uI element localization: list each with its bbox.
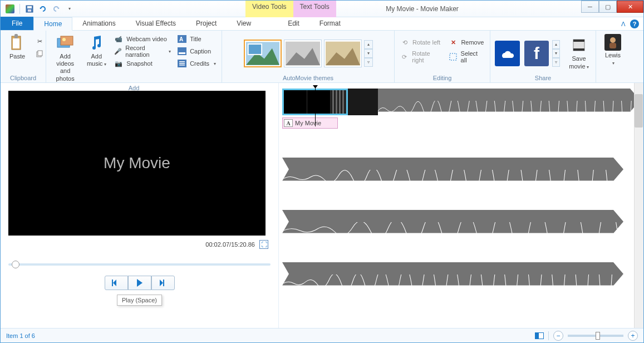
svg-rect-16 <box>179 61 185 62</box>
add-music-button[interactable]: Add music▾ <box>83 33 110 68</box>
group-label-editing: Editing <box>398 74 486 81</box>
share-facebook-button[interactable]: f <box>524 41 549 66</box>
group-label-clipboard: Clipboard <box>4 74 42 81</box>
record-narration-button[interactable]: 🎤Record narration▾ <box>112 45 173 57</box>
zoom-out-button[interactable]: − <box>553 331 563 341</box>
scrollbar-thumb[interactable] <box>635 94 643 128</box>
rotate-left-icon: ⟲ <box>400 38 409 47</box>
help-icon[interactable]: ? <box>630 19 639 28</box>
undo-icon[interactable] <box>37 3 49 15</box>
app-icon[interactable] <box>4 3 16 15</box>
audio-track-2[interactable] <box>282 158 623 181</box>
theme-bw[interactable] <box>324 40 362 67</box>
redo-icon[interactable] <box>50 3 62 15</box>
tab-home[interactable]: Home <box>33 17 72 31</box>
qat-customize-icon[interactable]: ▾ <box>63 3 76 15</box>
share-onedrive-button[interactable] <box>495 41 520 66</box>
svg-rect-7 <box>38 51 42 56</box>
svg-rect-17 <box>179 63 185 64</box>
title-button[interactable]: ATitle <box>175 33 218 45</box>
playhead[interactable] <box>315 87 316 126</box>
close-button[interactable]: ✕ <box>617 1 643 13</box>
timecode: 00:02.07/15:20.86 <box>205 241 255 248</box>
webcam-icon: 📹 <box>114 35 123 43</box>
content-area: My Movie 00:02.07/15:20.86 ⛶ Play (Space… <box>1 83 643 328</box>
save-icon[interactable] <box>23 3 36 15</box>
title-clip-icon: A <box>284 119 293 127</box>
group-label-share: Share <box>494 74 592 81</box>
maximize-button[interactable]: ▢ <box>599 1 617 13</box>
seek-bar[interactable] <box>8 263 271 266</box>
preview-pane: My Movie 00:02.07/15:20.86 ⛶ Play (Space… <box>1 83 279 328</box>
svg-point-10 <box>62 38 66 41</box>
prev-frame-button[interactable] <box>105 276 128 290</box>
audio-track-4[interactable] <box>282 262 623 286</box>
minimize-button[interactable]: ─ <box>581 1 599 13</box>
snapshot-button[interactable]: 📷Snapshot <box>112 57 173 70</box>
svg-rect-9 <box>61 36 73 45</box>
fullscreen-icon[interactable]: ⛶ <box>259 240 268 249</box>
tab-project[interactable]: Project <box>186 17 227 30</box>
add-videos-photos-button[interactable]: Add videos and photos <box>50 33 81 84</box>
video-clip[interactable] <box>348 89 378 115</box>
credits-icon <box>178 59 186 68</box>
next-frame-button[interactable] <box>151 276 175 290</box>
caption-icon <box>178 47 186 56</box>
gallery-down-icon[interactable]: ▾ <box>364 49 373 58</box>
zoom-slider[interactable] <box>568 335 623 337</box>
credits-button[interactable]: Credits▾ <box>175 57 218 70</box>
audio-track-3[interactable] <box>282 210 623 233</box>
svg-rect-26 <box>450 53 456 60</box>
svg-rect-1 <box>27 6 32 8</box>
status-bar: Item 1 of 6 − + <box>1 328 643 342</box>
paste-button[interactable]: Paste <box>4 33 31 61</box>
timeline-pane[interactable]: A My Movie <box>279 83 643 328</box>
title-clip[interactable]: A My Movie <box>282 117 338 129</box>
share-more-icon[interactable]: ▿ <box>552 58 560 67</box>
tab-view[interactable]: View <box>227 17 261 30</box>
seek-thumb[interactable] <box>12 261 19 268</box>
audio-track-1[interactable] <box>378 89 640 112</box>
onedrive-icon <box>499 48 515 59</box>
webcam-video-button[interactable]: 📹Webcam video <box>112 33 173 45</box>
file-tab[interactable]: File <box>1 17 33 30</box>
theme-default[interactable] <box>244 40 282 67</box>
svg-rect-21 <box>248 44 261 55</box>
gallery-up-icon[interactable]: ▴ <box>364 40 373 49</box>
ribbon-collapse-icon[interactable]: ᐱ <box>621 21 626 28</box>
select-all-button[interactable]: Select all <box>446 51 486 63</box>
svg-rect-4 <box>13 38 19 48</box>
tab-animations[interactable]: Animations <box>72 17 125 30</box>
select-all-icon <box>449 52 457 61</box>
caption-button[interactable]: Caption <box>175 45 218 57</box>
svg-rect-5 <box>14 34 18 38</box>
svg-rect-28 <box>573 40 584 42</box>
tab-edit[interactable]: Edit <box>278 17 309 30</box>
play-tooltip: Play (Space) <box>117 295 162 306</box>
remove-button[interactable]: ✕Remove <box>446 36 486 48</box>
account-button[interactable]: Lewis▾ <box>599 33 626 67</box>
timeline-scrollbar[interactable] <box>634 83 643 328</box>
title-icon: A <box>178 35 186 43</box>
save-movie-button[interactable]: Save movie▾ <box>566 35 592 71</box>
cut-button[interactable]: ✂ <box>33 35 46 47</box>
svg-rect-33 <box>163 280 164 286</box>
zoom-in-button[interactable]: + <box>628 331 638 341</box>
copy-icon <box>35 49 44 58</box>
theme-sepia[interactable] <box>284 40 322 67</box>
preview-title-text: My Movie <box>104 154 170 172</box>
play-button[interactable] <box>128 276 151 290</box>
copy-button[interactable] <box>33 47 46 60</box>
gallery-more-icon[interactable]: ▿ <box>364 58 373 67</box>
preview-screen[interactable]: My Movie <box>8 91 266 236</box>
zoom-thumb[interactable] <box>596 332 600 340</box>
tab-visual-effects[interactable]: Visual Effects <box>126 17 186 30</box>
share-up-icon[interactable]: ▴ <box>552 40 560 49</box>
svg-rect-29 <box>573 48 584 51</box>
text-tools-tab[interactable]: Text Tools <box>293 1 336 17</box>
tab-format[interactable]: Format <box>309 17 351 30</box>
share-down-icon[interactable]: ▾ <box>552 49 560 58</box>
view-mode-icon[interactable] <box>535 332 544 339</box>
svg-rect-31 <box>609 43 616 48</box>
video-tools-tab[interactable]: Video Tools <box>245 1 293 17</box>
